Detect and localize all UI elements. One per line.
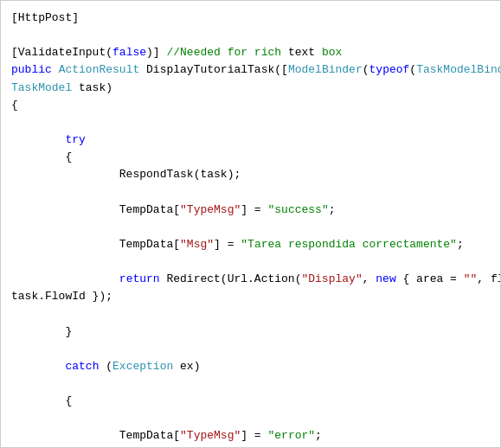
code-line-3: [ValidateInput(false)] //Needed for rich… — [11, 44, 490, 61]
code-line-12: TempData["TypeMsg"] = "success"; — [11, 202, 490, 219]
code-line-17: task.FlowId }); — [11, 288, 490, 305]
code-line-20 — [11, 341, 490, 358]
code-editor: [HttpPost] [ValidateInput(false)] //Need… — [0, 0, 501, 448]
code-line-13 — [11, 219, 490, 236]
code-line-7 — [11, 114, 490, 131]
code-line-26 — [11, 445, 490, 448]
code-line-4: public ActionResult DisplayTutorialTask(… — [11, 61, 490, 79]
code-line-21: catch (Exception ex) — [11, 358, 490, 375]
code-line-18 — [11, 305, 490, 323]
code-line-9: { — [11, 149, 490, 166]
code-line-15 — [11, 253, 490, 271]
code-line-8: try — [11, 131, 490, 149]
code-line-24 — [11, 410, 490, 427]
code-line-23: { — [11, 393, 490, 410]
code-line-10: RespondTask(task); — [11, 166, 490, 183]
code-line-6: { — [11, 97, 490, 114]
code-line-14: TempData["Msg"] = "Tarea respondida corr… — [11, 236, 490, 253]
code-line-5: TaskModel task) — [11, 80, 490, 97]
code-line-2 — [11, 27, 490, 44]
code-line-16: return Redirect(Url.Action("Display", ne… — [11, 271, 490, 288]
code-line-1: [HttpPost] — [11, 10, 490, 27]
code-line-22 — [11, 375, 490, 393]
code-line-25: TempData["TypeMsg"] = "error"; — [11, 427, 490, 445]
code-line-11 — [11, 183, 490, 201]
code-line-19: } — [11, 323, 490, 341]
